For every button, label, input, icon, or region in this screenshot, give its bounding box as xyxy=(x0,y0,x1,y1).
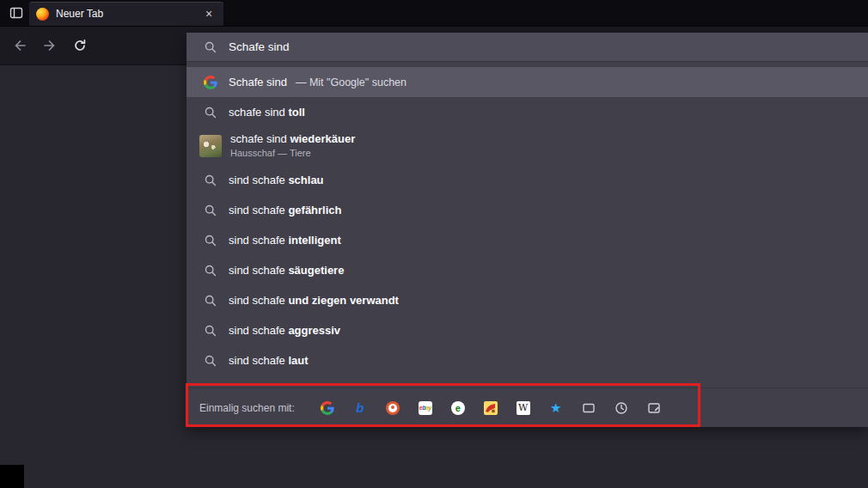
search-icon xyxy=(204,204,217,217)
oneoff-history-button[interactable] xyxy=(609,396,633,420)
result-subtitle: Hausschaf — Tiere xyxy=(230,147,355,159)
firefox-icon xyxy=(36,8,49,21)
suggestion-text: sind schafe intelligent xyxy=(229,234,341,247)
suggestion-row[interactable]: sind schafe gefährlich xyxy=(186,195,868,225)
oneoff-tabs-button[interactable] xyxy=(577,396,601,420)
suggestion-text: sind schafe und ziegen verwandt xyxy=(229,294,399,307)
firefox-view-icon xyxy=(9,6,23,20)
tabs-icon xyxy=(582,401,596,415)
oneoff-quick-actions-button[interactable] xyxy=(642,396,666,420)
oneoff-ecosia-button[interactable]: e xyxy=(446,396,470,420)
suggestion-text: sind schafe säugetiere xyxy=(229,264,344,277)
search-icon xyxy=(204,324,217,338)
search-icon xyxy=(204,294,217,308)
tab-close-icon[interactable]: × xyxy=(201,6,217,21)
suggestion-list: Schafe sind— Mit "Google" suchen schafe … xyxy=(186,62,868,375)
suggestion-row[interactable]: sind schafe laut xyxy=(186,345,868,375)
back-button[interactable] xyxy=(9,34,31,57)
quick-actions-icon xyxy=(647,401,661,415)
back-arrow-icon xyxy=(13,39,27,52)
search-icon xyxy=(204,264,217,278)
bottom-left-artifact xyxy=(0,465,24,488)
ebay-icon: ebay xyxy=(419,401,432,415)
suggestion-row[interactable]: sind schafe aggressiv xyxy=(186,315,868,345)
suggestion-text: sind schafe schlau xyxy=(229,174,324,186)
search-icon xyxy=(204,40,217,54)
suggestion-row[interactable]: sind schafe und ziegen verwandt xyxy=(186,285,868,315)
suggestion-text: sind schafe aggressiv xyxy=(229,324,340,337)
bookmarks-star-icon: ★ xyxy=(550,401,561,414)
tab-title: Neuer Tab xyxy=(56,8,201,20)
search-icon xyxy=(204,174,217,187)
search-icon xyxy=(204,234,217,247)
oneoff-google-button[interactable] xyxy=(315,396,339,420)
oneoff-search-bar: Einmalig suchen mit: b eb xyxy=(186,387,868,427)
tab-bar: Neuer Tab × xyxy=(0,0,868,27)
ecosia-icon: e xyxy=(451,401,465,415)
oneoff-bing-button[interactable]: b xyxy=(348,396,372,420)
suggestion-row[interactable]: schafe sind toll xyxy=(186,97,868,127)
suggestion-text: schafe sind wiederkäuer Hausschaf — Tier… xyxy=(230,132,355,159)
bing-icon: b xyxy=(356,401,364,414)
result-thumbnail xyxy=(199,135,222,157)
suggestion-text: sind schafe gefährlich xyxy=(229,204,342,217)
oneoff-duckduckgo-button[interactable] xyxy=(381,396,405,420)
suggestion-row-rich[interactable]: schafe sind wiederkäuer Hausschaf — Tier… xyxy=(186,127,868,165)
urlbar-results-panel: Schafe sind Schafe sind— Mit "Google" su… xyxy=(186,33,868,427)
suggestion-text: sind schafe laut xyxy=(229,354,309,367)
forward-button[interactable] xyxy=(39,34,61,57)
suggestion-row[interactable]: sind schafe intelligent xyxy=(186,225,868,255)
wikipedia-icon: W xyxy=(517,401,530,415)
suggestion-text: Schafe sind— Mit "Google" suchen xyxy=(229,76,406,88)
google-icon xyxy=(321,401,334,415)
oneoff-wikipedia-button[interactable]: W xyxy=(511,396,535,420)
suggestion-text: schafe sind toll xyxy=(229,106,305,119)
duckduckgo-icon xyxy=(386,401,400,415)
oneoff-bookmarks-button[interactable]: ★ xyxy=(544,396,568,420)
tab-neuer-tab[interactable]: Neuer Tab × xyxy=(29,2,223,26)
urlbar-input[interactable]: Schafe sind xyxy=(186,33,868,62)
suggestion-row-google[interactable]: Schafe sind— Mit "Google" suchen xyxy=(186,67,868,97)
suggestion-row[interactable]: sind schafe säugetiere xyxy=(186,255,868,285)
oneoff-leo-button[interactable] xyxy=(479,396,503,420)
oneoff-ebay-button[interactable]: ebay xyxy=(413,396,437,420)
leo-icon xyxy=(484,401,498,415)
google-icon xyxy=(204,76,217,89)
reload-icon xyxy=(73,39,87,52)
search-icon xyxy=(204,106,217,119)
suggestion-row[interactable]: sind schafe schlau xyxy=(186,165,868,195)
forward-arrow-icon xyxy=(43,39,57,52)
reload-button[interactable] xyxy=(69,34,91,57)
search-action-text: — Mit "Google" suchen xyxy=(296,76,406,88)
firefox-view-button[interactable] xyxy=(6,3,27,22)
urlbar-query-text: Schafe sind xyxy=(229,40,290,53)
search-icon xyxy=(204,354,217,368)
history-clock-icon xyxy=(614,401,628,415)
oneoff-label: Einmalig suchen mit: xyxy=(199,402,295,414)
oneoff-buttons: b ebay e W ★ xyxy=(315,396,666,420)
